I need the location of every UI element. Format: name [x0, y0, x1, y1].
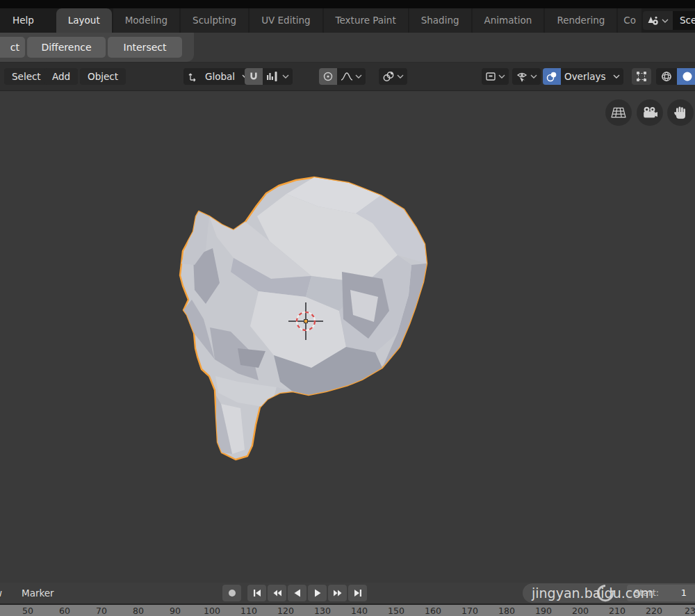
wireframe-shading-icon [661, 71, 672, 82]
ruler-label: 50 [22, 606, 33, 616]
next-keyframe-icon [332, 587, 343, 599]
camera-view-button[interactable] [637, 99, 663, 126]
snap-magnet-icon [248, 71, 259, 82]
ruler-label: 160 [425, 606, 441, 616]
proportional-falloff-dropdown[interactable] [337, 68, 366, 85]
jump-to-start-button[interactable] [247, 585, 266, 601]
tab-sculpting[interactable]: Sculpting [181, 8, 248, 33]
boolean-difference-button[interactable]: Difference [27, 37, 106, 58]
camera-view-icon [642, 106, 657, 120]
ruler-label: 150 [388, 606, 404, 616]
snap-individual-icon [382, 71, 395, 82]
scene-name-field[interactable]: Scene [673, 11, 695, 30]
ruler-label: 100 [204, 606, 220, 616]
previous-keyframe-button[interactable] [268, 585, 286, 601]
object-type-visibility-dropdown[interactable] [482, 68, 509, 85]
scene-browse-button[interactable] [643, 11, 673, 30]
record-button[interactable] [222, 585, 241, 601]
scene-name: Scene [680, 15, 695, 26]
window-top-strip [0, 0, 695, 8]
viewport-3d[interactable] [0, 91, 695, 583]
ruler-label: 230 [685, 606, 695, 616]
ruler-label: 170 [461, 606, 478, 616]
overlays-icon [546, 71, 557, 82]
view-menu-clipped[interactable]: View [0, 583, 9, 603]
record-icon [227, 587, 238, 599]
frame-start-field[interactable]: Start: 1 [627, 585, 695, 601]
ruler-label: 110 [240, 606, 257, 616]
ruler-label: 60 [59, 606, 70, 616]
toggle-xray-icon [636, 71, 647, 82]
toggle-xray-button[interactable] [632, 68, 651, 85]
tab-shading[interactable]: Shading [409, 8, 471, 33]
ruler-label: 130 [314, 606, 331, 616]
snapping-controls [245, 68, 293, 85]
timeline-ruler[interactable]: 50 60 70 80 90 100 110 120 130 140 150 1… [0, 603, 695, 616]
next-keyframe-button[interactable] [328, 585, 347, 601]
chevron-down-icon [355, 74, 362, 79]
tab-modeling[interactable]: Modeling [113, 8, 179, 33]
overlays-toggle-button[interactable] [543, 68, 561, 85]
add-menu[interactable]: Add [44, 68, 78, 85]
ruler-label: 180 [498, 606, 515, 616]
watermark-circle-arrow-icon [595, 583, 616, 603]
jump-to-end-icon [352, 587, 363, 599]
solid-shading-button[interactable] [677, 68, 695, 85]
chevron-down-icon [662, 19, 669, 23]
previous-frame-icon [292, 587, 303, 599]
ruler-label: 120 [277, 606, 294, 616]
proportional-editing-icon [322, 71, 334, 82]
chevron-down-icon [498, 74, 505, 79]
proportional-falloff-icon [341, 72, 353, 81]
snap-settings-dropdown[interactable] [263, 68, 293, 85]
object-menu[interactable]: Object [80, 68, 126, 85]
play-icon [312, 587, 323, 599]
proportional-editing-toggle[interactable] [319, 68, 337, 85]
tab-texture-paint[interactable]: Texture Paint [324, 8, 408, 33]
solid-shading-icon [682, 71, 693, 82]
select-menu[interactable]: Select [4, 68, 49, 85]
wireframe-shading-button[interactable] [656, 68, 677, 85]
scene-selector: Scene [643, 8, 695, 33]
chevron-down-icon [610, 68, 623, 85]
overlays-label: Overlays [561, 71, 610, 82]
snap-toggle-button[interactable] [245, 68, 263, 85]
ruler-label: 140 [351, 606, 368, 616]
transform-orientation-dropdown[interactable]: Global [183, 68, 252, 85]
tab-animation[interactable]: Animation [473, 8, 544, 33]
ruler-label: 80 [133, 606, 144, 616]
gizmos-dropdown[interactable] [512, 68, 541, 85]
ruler-label: 210 [609, 606, 626, 616]
timeline-header: View Marker Start: 1 jingyan.baidu.com [0, 583, 695, 603]
toggle-perspective-button[interactable] [605, 99, 632, 126]
tab-layout[interactable]: Layout [56, 8, 112, 33]
jump-to-end-button[interactable] [348, 585, 367, 601]
tab-rendering[interactable]: Rendering [545, 8, 616, 33]
jump-to-start-icon [252, 587, 263, 599]
snap-individual-dropdown[interactable] [379, 68, 407, 85]
help-menu[interactable]: Help [0, 8, 47, 33]
object-type-visibility-icon [485, 71, 496, 82]
tab-uv-editing[interactable]: UV Editing [250, 8, 322, 33]
start-value: 1 [681, 585, 687, 601]
proportional-editing-controls [319, 68, 366, 85]
ruler-label: 70 [96, 606, 107, 616]
viewport-header: Select Add Object Global [0, 63, 695, 91]
previous-frame-button[interactable] [288, 585, 306, 601]
gizmo-eye-icon [516, 71, 528, 82]
boolean-option-clipped-button[interactable]: ct [0, 37, 25, 58]
boolean-intersect-button[interactable]: Intersect [108, 37, 182, 58]
play-button[interactable] [308, 585, 327, 601]
ruler-label: 220 [646, 606, 662, 616]
workspace-tabs: Layout Modeling Sculpting UV Editing Tex… [56, 8, 643, 33]
chevron-down-icon [530, 74, 537, 79]
chevron-down-icon [282, 74, 289, 79]
shading-mode-buttons [656, 68, 695, 85]
pan-view-button[interactable] [667, 99, 694, 126]
topbar: Help Layout Modeling Sculpting UV Editin… [0, 8, 695, 33]
snap-target-icon [266, 71, 280, 82]
overlays-controls: Overlays [543, 68, 623, 85]
tab-compositing-clipped[interactable]: Co [618, 8, 641, 33]
marker-menu[interactable]: Marker [22, 583, 54, 603]
orientation-label: Global [202, 71, 238, 82]
